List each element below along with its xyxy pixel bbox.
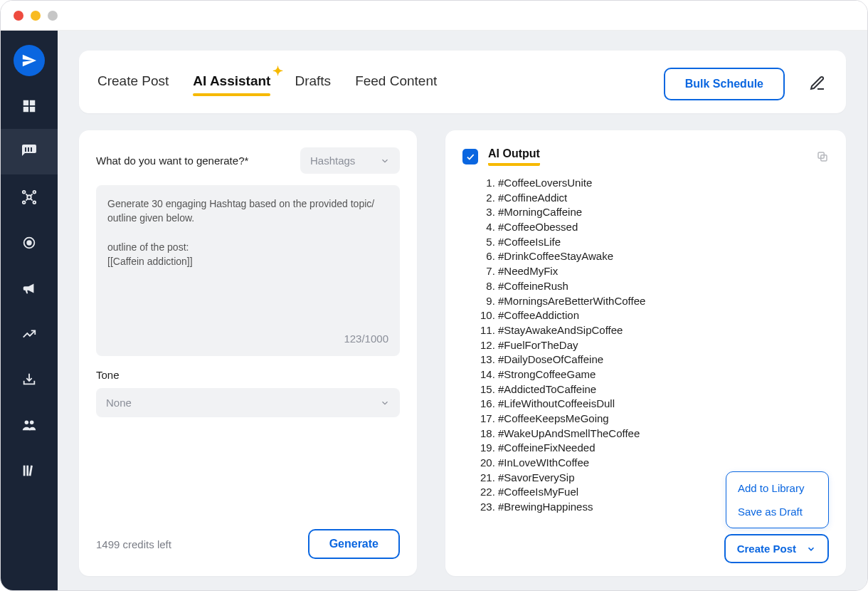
- char-count: 123/1000: [344, 333, 388, 345]
- panels: What do you want to generate?* Hashtags …: [79, 130, 846, 576]
- hashtag-item: #CoffeineRush: [498, 279, 829, 294]
- hashtag-item: #DailyDoseOfCaffeine: [498, 352, 829, 367]
- hashtag-item: #CoffeineFixNeeded: [498, 441, 829, 456]
- create-post-label: Create Post: [737, 543, 796, 555]
- menu-add-to-library[interactable]: Add to Library: [726, 476, 828, 500]
- sidebar-item-network[interactable]: [1, 174, 58, 220]
- svg-rect-23: [29, 466, 33, 476]
- hashtag-item: #MorningCaffeine: [498, 205, 829, 220]
- chevron-down-icon: [380, 156, 390, 166]
- hashtag-item: #CoffineAddict: [498, 191, 829, 206]
- prompt-textarea[interactable]: Generate 30 engaging Hashtag based on th…: [96, 185, 400, 356]
- library-icon: [21, 463, 37, 478]
- bulk-schedule-button[interactable]: Bulk Schedule: [664, 68, 785, 100]
- hashtag-item: #LifeWithoutCoffeeisDull: [498, 397, 829, 412]
- paper-plane-icon: [14, 45, 45, 76]
- new-post-icon[interactable]: [809, 75, 827, 93]
- generate-button[interactable]: Generate: [308, 529, 400, 559]
- sidebar-item-target[interactable]: [1, 220, 58, 266]
- sidebar-item-dashboard[interactable]: [1, 83, 58, 129]
- sidebar-logo[interactable]: [1, 38, 58, 83]
- titlebar: [1, 1, 867, 31]
- hashtag-item: #CoffeeKeepsMeGoing: [498, 412, 829, 427]
- hashtag-item: #StayAwakeAndSipCoffee: [498, 323, 829, 338]
- hashtag-item: #AddictedToCaffeine: [498, 382, 829, 397]
- svg-rect-1: [30, 100, 35, 105]
- prompt-text-content: Generate 30 engaging Hashtag based on th…: [107, 197, 388, 328]
- hashtag-item: #StrongCoffeeGame: [498, 367, 829, 382]
- tab-bar-card: Create Post AI Assistant ✦ Drafts Feed C…: [79, 51, 846, 113]
- hashtag-item: #NeedMyFix: [498, 264, 829, 279]
- target-icon: [21, 235, 37, 251]
- sidebar-item-analytics[interactable]: [1, 311, 58, 357]
- tab-drafts[interactable]: Drafts: [295, 73, 331, 95]
- hashtag-item: #DrinkCoffeeStayAwake: [498, 249, 829, 264]
- content-type-value: Hashtags: [310, 155, 355, 167]
- window-maximize-dot[interactable]: [48, 11, 58, 21]
- svg-point-9: [33, 191, 36, 194]
- tab-ai-assistant-label: AI Assistant: [193, 73, 270, 88]
- svg-rect-3: [30, 107, 35, 112]
- svg-rect-22: [26, 466, 28, 476]
- chart-line-icon: [21, 326, 37, 342]
- chevron-down-icon: [806, 544, 816, 554]
- body-area: Create Post AI Assistant ✦ Drafts Feed C…: [1, 31, 867, 590]
- svg-line-13: [31, 194, 33, 196]
- svg-point-19: [25, 421, 29, 425]
- svg-rect-5: [28, 147, 29, 152]
- svg-point-17: [27, 241, 31, 245]
- hashtag-item: #CoffeeIsLife: [498, 235, 829, 250]
- tone-value: None: [106, 397, 132, 409]
- svg-rect-4: [25, 147, 26, 152]
- hashtag-item: #CoffeeLoversUnite: [498, 176, 829, 191]
- grid-icon: [21, 98, 37, 114]
- window-minimize-dot[interactable]: [31, 11, 41, 21]
- hashtag-item: #CoffeeAddiction: [498, 308, 829, 323]
- svg-rect-6: [31, 147, 32, 152]
- app-window: Create Post AI Assistant ✦ Drafts Feed C…: [0, 0, 868, 591]
- hashtag-item: #FuelForTheDay: [498, 338, 829, 353]
- megaphone-icon: [21, 281, 37, 296]
- sidebar: [1, 31, 58, 590]
- svg-rect-0: [23, 100, 28, 105]
- tab-ai-assistant[interactable]: AI Assistant ✦: [193, 73, 270, 95]
- copy-icon[interactable]: [816, 150, 829, 163]
- ai-output-title: AI Output: [488, 147, 540, 166]
- generate-question-label: What do you want to generate?*: [96, 155, 248, 167]
- hashtag-item: #WakeUpAndSmellTheCoffee: [498, 427, 829, 441]
- svg-line-12: [26, 194, 28, 196]
- create-post-button[interactable]: Create Post: [724, 534, 829, 563]
- users-icon: [21, 417, 38, 433]
- hashtag-list: #CoffeeLoversUnite#CoffineAddict#Morning…: [462, 176, 829, 515]
- output-panel: AI Output #CoffeeLoversUnite#CoffineAddi…: [445, 130, 846, 576]
- svg-rect-2: [23, 107, 28, 112]
- svg-line-14: [26, 199, 28, 201]
- sidebar-item-announce[interactable]: [1, 266, 58, 311]
- hashtag-item: #CoffeeObessed: [498, 220, 829, 235]
- download-tray-icon: [21, 372, 37, 387]
- tone-label: Tone: [96, 369, 400, 381]
- chat-icon: [21, 143, 38, 160]
- main-content: Create Post AI Assistant ✦ Drafts Feed C…: [58, 31, 867, 590]
- tab-feed-content[interactable]: Feed Content: [355, 73, 437, 95]
- svg-point-10: [23, 202, 26, 204]
- create-post-menu: Add to Library Save as Draft: [726, 471, 829, 528]
- svg-point-11: [33, 202, 36, 204]
- sidebar-item-library[interactable]: [1, 448, 58, 493]
- svg-point-8: [23, 191, 26, 194]
- sidebar-item-inbox[interactable]: [1, 357, 58, 402]
- menu-save-as-draft[interactable]: Save as Draft: [726, 500, 828, 523]
- hashtag-item: #MorningsAreBetterWithCoffee: [498, 294, 829, 309]
- hashtag-item: #InLoveWIthCoffee: [498, 456, 829, 471]
- content-type-select[interactable]: Hashtags: [300, 147, 400, 174]
- svg-line-15: [31, 199, 33, 201]
- sidebar-item-compose[interactable]: [1, 129, 58, 174]
- window-close-dot[interactable]: [14, 11, 23, 21]
- select-output-checkbox[interactable]: [462, 149, 478, 164]
- sidebar-item-team[interactable]: [1, 402, 58, 448]
- sparkle-icon: ✦: [272, 63, 283, 79]
- chevron-down-icon: [380, 398, 390, 408]
- tone-select[interactable]: None: [96, 388, 400, 417]
- prompt-panel: What do you want to generate?* Hashtags …: [79, 130, 417, 576]
- tab-create-post[interactable]: Create Post: [97, 73, 169, 95]
